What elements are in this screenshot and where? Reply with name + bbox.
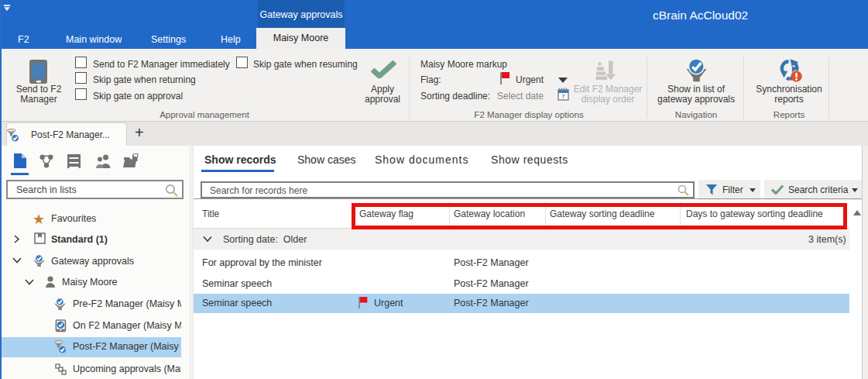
svg-text:7: 7 (561, 93, 565, 100)
